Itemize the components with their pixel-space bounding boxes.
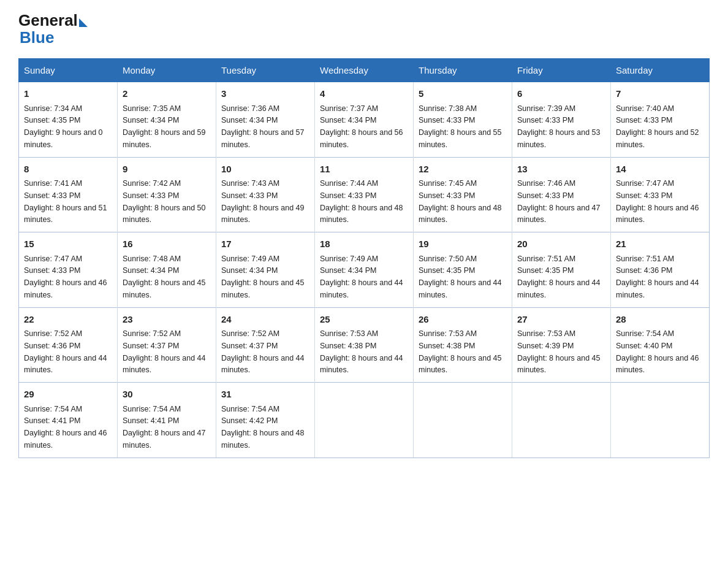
cell-week3-day3: 18Sunrise: 7:49 AMSunset: 4:34 PMDayligh… [315,232,414,308]
day-number: 28 [616,313,704,327]
day-number: 4 [320,87,408,101]
daylight-info: Daylight: 8 hours and 55 minutes. [419,128,502,149]
daylight-info: Daylight: 8 hours and 59 minutes. [123,128,206,149]
daylight-info: Daylight: 8 hours and 48 minutes. [221,429,305,450]
cell-week3-day5: 20Sunrise: 7:51 AMSunset: 4:35 PMDayligh… [512,232,611,308]
cell-week5-day0: 29Sunrise: 7:54 AMSunset: 4:41 PMDayligh… [19,383,118,458]
cell-week2-day6: 14Sunrise: 7:47 AMSunset: 4:33 PMDayligh… [611,157,710,232]
daylight-info: Daylight: 8 hours and 45 minutes. [123,278,206,299]
day-number: 27 [517,313,605,327]
daylight-info: Daylight: 8 hours and 46 minutes. [616,354,699,375]
daylight-info: Daylight: 8 hours and 47 minutes. [517,204,601,224]
sunset-info: Sunset: 4:33 PM [419,191,475,200]
cell-week3-day2: 17Sunrise: 7:49 AMSunset: 4:34 PMDayligh… [216,232,315,308]
week-row-4: 22Sunrise: 7:52 AMSunset: 4:36 PMDayligh… [19,307,710,383]
week-row-1: 1Sunrise: 7:34 AMSunset: 4:35 PMDaylight… [19,82,710,158]
sunrise-info: Sunrise: 7:36 AM [221,104,279,113]
daylight-info: Daylight: 8 hours and 44 minutes. [517,278,601,299]
sunrise-info: Sunrise: 7:50 AM [419,255,477,263]
day-number: 18 [320,237,408,251]
day-number: 13 [517,163,605,177]
daylight-info: Daylight: 8 hours and 46 minutes. [24,278,107,299]
cell-week1-day0: 1Sunrise: 7:34 AMSunset: 4:35 PMDaylight… [19,82,118,158]
cell-week1-day3: 4Sunrise: 7:37 AMSunset: 4:34 PMDaylight… [315,82,414,158]
daylight-info: Daylight: 8 hours and 53 minutes. [517,128,601,149]
day-number: 2 [123,87,211,101]
header-wednesday: Wednesday [315,59,414,82]
sunrise-info: Sunrise: 7:45 AM [419,179,477,188]
day-number: 29 [24,388,112,402]
sunset-info: Sunset: 4:35 PM [419,266,475,275]
cell-week3-day0: 15Sunrise: 7:47 AMSunset: 4:33 PMDayligh… [19,232,118,308]
sunset-info: Sunset: 4:34 PM [221,116,278,124]
sunset-info: Sunset: 4:34 PM [123,266,179,275]
day-number: 6 [517,87,605,101]
cell-week1-day1: 2Sunrise: 7:35 AMSunset: 4:34 PMDaylight… [118,82,216,158]
cell-week3-day6: 21Sunrise: 7:51 AMSunset: 4:36 PMDayligh… [611,232,710,308]
logo-general-text: General [18,12,78,28]
sunset-info: Sunset: 4:33 PM [24,191,80,200]
header-monday: Monday [118,59,216,82]
daylight-info: Daylight: 8 hours and 50 minutes. [123,204,206,224]
day-number: 3 [221,87,309,101]
sunset-info: Sunset: 4:41 PM [24,416,80,425]
sunrise-info: Sunrise: 7:51 AM [517,255,575,263]
sunset-info: Sunset: 4:33 PM [123,191,179,200]
daylight-info: Daylight: 8 hours and 46 minutes. [616,204,699,224]
sunset-info: Sunset: 4:35 PM [517,266,574,275]
sunrise-info: Sunrise: 7:52 AM [123,329,181,338]
sunset-info: Sunset: 4:33 PM [517,116,574,124]
sunrise-info: Sunrise: 7:53 AM [517,329,575,338]
daylight-info: Daylight: 8 hours and 44 minutes. [123,354,206,375]
cell-week1-day2: 3Sunrise: 7:36 AMSunset: 4:34 PMDaylight… [216,82,315,158]
sunset-info: Sunset: 4:41 PM [123,416,179,425]
sunrise-info: Sunrise: 7:52 AM [221,329,279,338]
day-number: 17 [221,237,309,251]
sunset-info: Sunset: 4:34 PM [221,266,278,275]
daylight-info: Daylight: 8 hours and 44 minutes. [320,354,403,375]
sunrise-info: Sunrise: 7:44 AM [320,179,378,188]
day-number: 30 [123,388,211,402]
cell-week1-day5: 6Sunrise: 7:39 AMSunset: 4:33 PMDaylight… [512,82,611,158]
cell-week4-day5: 27Sunrise: 7:53 AMSunset: 4:39 PMDayligh… [512,307,611,383]
cell-week4-day2: 24Sunrise: 7:52 AMSunset: 4:37 PMDayligh… [216,307,315,383]
day-number: 26 [419,313,507,327]
daylight-info: Daylight: 8 hours and 56 minutes. [320,128,403,149]
daylight-info: Daylight: 8 hours and 57 minutes. [221,128,305,149]
sunset-info: Sunset: 4:39 PM [517,342,574,350]
week-row-2: 8Sunrise: 7:41 AMSunset: 4:33 PMDaylight… [19,157,710,232]
sunset-info: Sunset: 4:34 PM [123,116,179,124]
sunset-info: Sunset: 4:33 PM [320,191,376,200]
cell-week5-day6 [611,383,710,458]
cell-week4-day1: 23Sunrise: 7:52 AMSunset: 4:37 PMDayligh… [118,307,216,383]
sunset-info: Sunset: 4:35 PM [24,116,80,124]
sunset-info: Sunset: 4:33 PM [24,266,80,275]
daylight-info: Daylight: 8 hours and 44 minutes. [320,278,403,299]
sunset-info: Sunset: 4:33 PM [517,191,574,200]
week-row-5: 29Sunrise: 7:54 AMSunset: 4:41 PMDayligh… [19,383,710,458]
day-number: 5 [419,87,507,101]
sunrise-info: Sunrise: 7:54 AM [123,405,181,413]
day-number: 19 [419,237,507,251]
cell-week2-day1: 9Sunrise: 7:42 AMSunset: 4:33 PMDaylight… [118,157,216,232]
daylight-info: Daylight: 8 hours and 49 minutes. [221,204,305,224]
day-number: 14 [616,163,704,177]
cell-week2-day5: 13Sunrise: 7:46 AMSunset: 4:33 PMDayligh… [512,157,611,232]
week-row-3: 15Sunrise: 7:47 AMSunset: 4:33 PMDayligh… [19,232,710,308]
sunrise-info: Sunrise: 7:40 AM [616,104,674,113]
header-thursday: Thursday [414,59,512,82]
sunrise-info: Sunrise: 7:49 AM [320,255,378,263]
sunrise-info: Sunrise: 7:39 AM [517,104,575,113]
cell-week2-day3: 11Sunrise: 7:44 AMSunset: 4:33 PMDayligh… [315,157,414,232]
cell-week2-day0: 8Sunrise: 7:41 AMSunset: 4:33 PMDaylight… [19,157,118,232]
sunrise-info: Sunrise: 7:37 AM [320,104,378,113]
cell-week4-day3: 25Sunrise: 7:53 AMSunset: 4:38 PMDayligh… [315,307,414,383]
day-number: 16 [123,237,211,251]
sunrise-info: Sunrise: 7:51 AM [616,255,674,263]
daylight-info: Daylight: 8 hours and 45 minutes. [221,278,305,299]
cell-week1-day4: 5Sunrise: 7:38 AMSunset: 4:33 PMDaylight… [414,82,512,158]
day-number: 20 [517,237,605,251]
sunset-info: Sunset: 4:38 PM [419,342,475,350]
daylight-info: Daylight: 8 hours and 45 minutes. [419,354,502,375]
sunset-info: Sunset: 4:34 PM [320,116,376,124]
